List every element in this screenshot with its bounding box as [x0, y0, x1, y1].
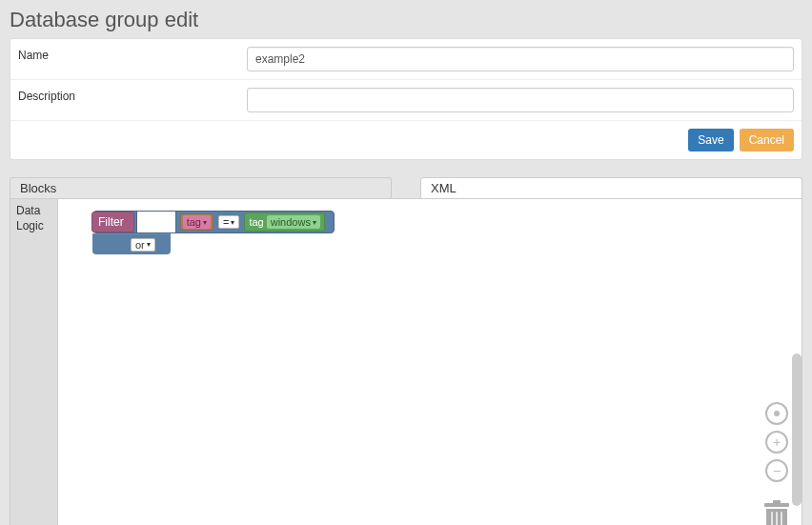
filter-block-group[interactable]: Filter tag ▾ = ▾ [92, 211, 335, 254]
filter-connector-row[interactable]: or ▾ [92, 233, 171, 254]
connector-value: or [135, 239, 145, 251]
blockly-editor: Data Logic Filter tag ▾ [10, 198, 802, 525]
chevron-down-icon: ▾ [147, 240, 151, 249]
connector-dropdown[interactable]: or ▾ [131, 238, 155, 252]
left-tag-block[interactable]: tag ▾ [180, 213, 213, 231]
name-input[interactable] [247, 47, 794, 71]
left-tag-dropdown-value: tag [187, 216, 201, 228]
name-row: Name [10, 39, 802, 80]
operator-dropdown[interactable]: = ▾ [218, 215, 239, 229]
save-button[interactable]: Save [688, 129, 733, 151]
operator-block[interactable]: = ▾ [216, 213, 241, 231]
minus-icon: − [773, 463, 781, 478]
tab-xml[interactable]: XML [420, 177, 802, 198]
toolbox-item-logic[interactable]: Logic [16, 218, 51, 233]
left-tag-dropdown[interactable]: tag ▾ [183, 215, 211, 229]
page-title: Database group edit [0, 0, 812, 38]
description-input[interactable] [247, 88, 794, 112]
filter-input-notch [136, 212, 176, 232]
right-tag-block[interactable]: tag windows ▾ [244, 212, 324, 232]
filter-label-wrap: Filter [91, 212, 134, 232]
toolbox: Data Logic [10, 199, 58, 525]
chevron-down-icon: ▾ [203, 218, 207, 227]
workspace-controls: + − [765, 402, 788, 482]
description-label: Description [18, 88, 247, 103]
center-view-button[interactable] [765, 402, 788, 425]
workspace-scrollbar[interactable] [792, 353, 802, 506]
blockly-workspace[interactable]: Filter tag ▾ = ▾ [58, 199, 802, 525]
chevron-down-icon: ▾ [231, 218, 234, 227]
editor-wrap: Blocks XML Data Logic Filter tag [10, 177, 802, 525]
trash-icon-body [766, 509, 787, 525]
chevron-down-icon: ▾ [313, 218, 316, 227]
tabs: Blocks XML [10, 177, 802, 198]
toolbox-item-data[interactable]: Data [16, 203, 51, 218]
name-label: Name [18, 47, 247, 62]
form-panel: Name Description Save Cancel [10, 38, 802, 160]
form-actions: Save Cancel [10, 121, 802, 159]
trash-icon [764, 503, 789, 507]
plus-icon: + [773, 434, 781, 450]
right-tag-dropdown[interactable]: windows ▾ [267, 215, 320, 229]
right-tag-value: windows [271, 216, 311, 228]
operator-value: = [223, 216, 229, 228]
description-row: Description [10, 80, 802, 121]
filter-block-top: Filter tag ▾ = ▾ [93, 212, 334, 232]
trash-button[interactable] [761, 503, 792, 525]
zoom-out-button[interactable]: − [765, 459, 788, 482]
filter-label: Filter [98, 215, 124, 229]
filter-block[interactable]: Filter tag ▾ = ▾ [92, 211, 335, 233]
zoom-in-button[interactable]: + [765, 431, 788, 454]
tab-blocks[interactable]: Blocks [10, 177, 392, 198]
right-tag-prefix: tag [249, 216, 263, 228]
cancel-button[interactable]: Cancel [740, 129, 794, 151]
